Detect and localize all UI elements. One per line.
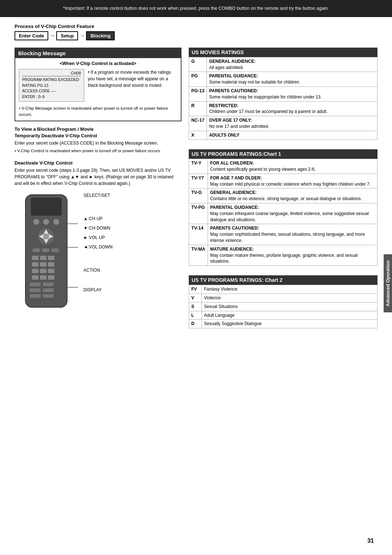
us-tv-chart1-table: TV-Y FOR ALL CHILDREN: Content specifica… <box>189 159 377 266</box>
remote-image <box>15 191 80 316</box>
rating-code-pg13: PG-13 <box>189 86 207 101</box>
ch-down-label: ▼:CH DOWN <box>83 224 181 232</box>
display-label: DISPLAY <box>83 285 181 294</box>
svg-rect-25 <box>48 275 54 280</box>
table-row: X ADULTS ONLY <box>189 131 377 140</box>
svg-rect-24 <box>40 275 46 280</box>
table-row: NC-17 OVER AGE 17 ONLY: No one 17 and un… <box>189 116 377 131</box>
rating-code-tvma: TV-MA <box>189 245 208 266</box>
vol-down-label: ◄:VOL DOWN <box>83 243 181 251</box>
svg-point-2 <box>33 219 39 225</box>
rating-code-tvpg: TV-PG <box>189 203 208 224</box>
table-row: FV Fantasy Violence <box>189 285 377 294</box>
blocking-message-header: Blocking Message <box>15 48 181 58</box>
table-row: TV-Y FOR ALL CHILDREN: Content specifica… <box>189 159 377 174</box>
svg-rect-26 <box>30 283 41 286</box>
chart2-code-fv: FV <box>189 285 202 294</box>
svg-rect-30 <box>30 294 41 298</box>
ch-divider <box>22 76 81 76</box>
bullet-content: If a program or movie exceeds the rating… <box>88 70 171 88</box>
table-row: TV-G GENERAL AUDIENCE: Contains little o… <box>189 189 377 203</box>
us-tv-chart2-table: FV Fantasy Violence V Violence S Sexual … <box>189 285 377 328</box>
rating-code-tvg: TV-G <box>189 189 208 203</box>
rating-desc-tvy7: FOR AGE 7 AND OLDER: May contain mild ph… <box>208 174 377 189</box>
ch-row-2: RATING PG-13 <box>22 83 81 89</box>
svg-rect-19 <box>48 262 54 267</box>
us-movies-header: US MOVIES RATINGS <box>189 48 377 57</box>
svg-rect-1 <box>31 198 62 216</box>
table-row: R RESTRICTED: Children under 17 must be … <box>189 101 377 116</box>
ch-up-label: ▲:CH UP <box>83 214 181 223</box>
svg-rect-18 <box>40 262 46 267</box>
svg-rect-27 <box>43 283 54 286</box>
top-banner: *Important: If a remote control button d… <box>0 0 392 17</box>
chart2-desc-s: Sexual Situations <box>202 302 377 311</box>
deactivate-title: Temporarily Deactivate V-Chip Control <box>15 133 181 138</box>
deactivate-v-body: Enter your secret code (steps 1-3 page 2… <box>15 167 181 187</box>
right-column: US MOVIES RATINGS G GENERAL AUDIENCE: Al… <box>189 48 377 328</box>
blocking-message-box: Blocking Message <When V-Chip Control is… <box>15 48 181 122</box>
chart2-code-d: D <box>189 320 202 328</box>
step-enter-code: Enter Code <box>15 31 48 40</box>
rating-desc-tvg: GENERAL AUDIENCE: Contains little or no … <box>208 189 377 203</box>
blocking-content: <When V-Chip Control is activated> CH08 … <box>15 58 181 121</box>
process-section: Process of V-Chip Control Feature Enter … <box>15 24 377 40</box>
rating-code-nc17: NC-17 <box>189 116 207 131</box>
action-label: ACTION <box>83 266 181 275</box>
table-row: TV-MA MATURE AUDIENCE: May contain matur… <box>189 245 377 266</box>
arrow-2: → <box>79 33 85 39</box>
us-tv-chart1-header: US TV PROGRAMS RATINGS:Chart 1 <box>189 149 377 159</box>
rating-code-tvy: TV-Y <box>189 159 208 174</box>
bullet-text: • If a program or movie exceeds the rati… <box>88 69 177 89</box>
table-row: PG PARENTAL GUIDANCE: Some material may … <box>189 72 377 87</box>
step-setup: Setup <box>56 31 78 40</box>
screen-and-bullet: CH08 PROGRAM RATING EXCEEDED RATING PG-1… <box>19 69 177 105</box>
table-row: PG-13 PARENTS CAUTIONED: Some material m… <box>189 86 377 101</box>
rating-desc-tvma: MATURE AUDIENCE: May contain mature them… <box>208 245 377 266</box>
rating-code-pg: PG <box>189 72 207 87</box>
svg-rect-22 <box>48 269 54 273</box>
svg-rect-15 <box>40 256 46 260</box>
table-row: G GENERAL AUDIENCE: All ages admitted. <box>189 57 377 72</box>
rating-desc-tv14: PARENTS CAUTIONED: May contain sophistic… <box>208 224 377 245</box>
vol-up-label: ►:VOL UP <box>83 233 181 242</box>
chart2-code-s: S <box>189 302 202 311</box>
chart2-desc-fv: Fantasy Violence <box>202 285 377 294</box>
note-vchip: • V-Chip Message screen is reactivated w… <box>19 105 177 118</box>
svg-rect-17 <box>32 262 38 267</box>
chart2-code-v: V <box>189 293 202 302</box>
process-title: Process of V-Chip Control Feature <box>15 24 377 29</box>
chart2-code-l: L <box>189 311 202 320</box>
step-blocking: Blocking <box>86 31 115 40</box>
remote-labels: SELECT/SET ▲:CH UP ▼:CH DOWN ►:VOL UP ◄:… <box>83 191 181 294</box>
deactivate-body: Enter your secret code (ACCESS CODE) in … <box>15 140 181 146</box>
table-row: V Violence <box>189 293 377 302</box>
arrow-1: → <box>50 33 55 39</box>
rating-desc-pg: PARENTAL GUIDANCE: Some material may not… <box>207 72 377 87</box>
rating-desc-pg13: PARENTS CAUTIONED: Some material may be … <box>207 86 377 101</box>
svg-rect-16 <box>48 256 54 260</box>
svg-rect-31 <box>43 294 54 298</box>
two-col-layout: Blocking Message <When V-Chip Control is… <box>15 48 377 328</box>
svg-rect-12 <box>42 248 49 252</box>
us-movies-table: G GENERAL AUDIENCE: All ages admitted. P… <box>189 57 377 140</box>
ch-row-1: PROGRAM RATING EXCEEDED <box>22 77 81 83</box>
svg-point-4 <box>53 219 59 225</box>
rating-code-r: R <box>189 101 207 116</box>
view-blocked-title: To View a Blocked Program / Movie <box>15 126 181 132</box>
sidebar-label: Advanced Operation <box>384 254 392 312</box>
svg-rect-11 <box>33 248 40 252</box>
banner-text: *Important: If a remote control button d… <box>63 6 329 11</box>
rating-code-x: X <box>189 131 207 140</box>
chart2-desc-v: Violence <box>202 293 377 302</box>
rating-code-tvy7: TV-Y7 <box>189 174 208 189</box>
ch-row-3: ACCESS CODE ---- <box>22 88 81 94</box>
ch-screen: CH08 PROGRAM RATING EXCEEDED RATING PG-1… <box>19 69 84 102</box>
table-row: TV-Y7 FOR AGE 7 AND OLDER: May contain m… <box>189 174 377 189</box>
page-number: 31 <box>367 538 374 544</box>
rating-desc-nc17: OVER AGE 17 ONLY: No one 17 and under ad… <box>207 116 377 131</box>
svg-rect-29 <box>43 288 54 292</box>
ch-num: CH08 <box>22 71 81 75</box>
svg-rect-14 <box>32 256 38 260</box>
rating-desc-g: GENERAL AUDIENCE: All ages admitted. <box>207 57 377 72</box>
